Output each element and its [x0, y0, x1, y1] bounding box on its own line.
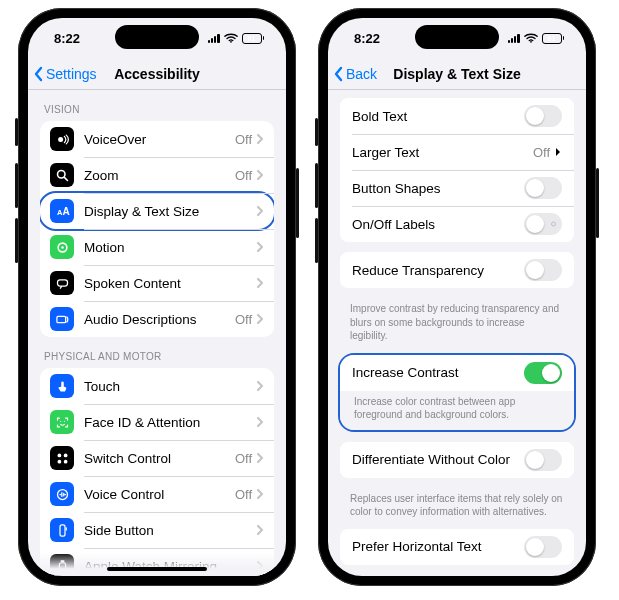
row-label: Side Button	[84, 523, 256, 538]
chevron-right-icon	[256, 524, 264, 536]
row-label: Larger Text	[352, 145, 533, 160]
row-increase-contrast[interactable]: Increase Contrast	[340, 355, 574, 391]
settings-group: Differentiate Without Color	[340, 442, 574, 478]
back-button[interactable]: Settings	[34, 66, 97, 82]
voicectl-icon	[50, 482, 74, 506]
toggle[interactable]	[524, 105, 562, 127]
spoken-icon	[50, 271, 74, 295]
row-switch[interactable]: Switch Control Off	[40, 440, 274, 476]
row-spoken[interactable]: Spoken Content	[40, 265, 274, 301]
sidebtn-icon	[50, 518, 74, 542]
switch-icon	[50, 446, 74, 470]
svg-point-13	[57, 459, 61, 463]
home-indicator[interactable]	[107, 567, 207, 571]
textsize-icon: AA	[50, 199, 74, 223]
section-footer: Improve contrast by reducing transparenc…	[328, 298, 586, 353]
row-reduce-transparency[interactable]: Reduce Transparency	[340, 252, 574, 288]
svg-rect-17	[65, 527, 66, 530]
battery-icon: 61	[242, 33, 265, 44]
section-header-physical: PHYSICAL AND MOTOR	[28, 337, 286, 368]
back-button[interactable]: Back	[334, 66, 377, 82]
chevron-right-icon	[256, 205, 264, 217]
chevron-right-icon	[256, 133, 264, 145]
chevron-left-icon	[334, 66, 344, 82]
toggle[interactable]	[524, 536, 562, 558]
svg-point-10	[63, 420, 64, 421]
row-label: Motion	[84, 240, 256, 255]
row-motion[interactable]: Motion	[40, 229, 274, 265]
toggle[interactable]	[524, 213, 562, 235]
row-label: Audio Descriptions	[84, 312, 235, 327]
row-value: Off	[235, 487, 252, 502]
phone-display-text-size: 8:22 61 Back Display & Text Size Bold Te…	[318, 8, 596, 586]
row-value: Off	[235, 451, 252, 466]
toggle[interactable]	[524, 449, 562, 471]
status-time: 8:22	[54, 31, 80, 46]
navbar: Settings Accessibility	[28, 58, 286, 90]
group-physical: Touch Face ID & Attention Switch Control…	[40, 368, 274, 576]
svg-rect-8	[56, 316, 65, 322]
row-label: Face ID & Attention	[84, 415, 256, 430]
row-faceid[interactable]: Face ID & Attention	[40, 404, 274, 440]
page-title: Accessibility	[114, 66, 200, 82]
row-label: Zoom	[84, 168, 235, 183]
section-footer: Increase color contrast between app fore…	[340, 391, 574, 430]
row-button-shapes[interactable]: Button Shapes	[340, 170, 574, 206]
svg-point-1	[58, 137, 63, 142]
audiodesc-icon	[50, 307, 74, 331]
svg-point-0	[230, 41, 232, 43]
settings-list[interactable]: VISION VoiceOver Off Zoom Off AA Display…	[28, 90, 286, 576]
section-footer: Prefer horizontal text in languages that…	[328, 575, 586, 577]
svg-point-12	[63, 453, 67, 457]
row-label: VoiceOver	[84, 132, 235, 147]
highlighted-group: Increase Contrast Increase color contras…	[338, 353, 576, 432]
row-bold-text[interactable]: Bold Text	[340, 98, 574, 134]
chevron-right-icon	[256, 488, 264, 500]
back-label: Settings	[46, 66, 97, 82]
motion-icon	[50, 235, 74, 259]
settings-list[interactable]: Bold Text Larger Text Off Button Shapes …	[328, 90, 586, 576]
chevron-left-icon	[34, 66, 44, 82]
row-value: Off	[235, 312, 252, 327]
toggle[interactable]	[524, 259, 562, 281]
section-header-vision: VISION	[28, 90, 286, 121]
row-label: Differentiate Without Color	[352, 452, 524, 467]
chevron-right-icon	[256, 313, 264, 325]
row-sidebtn[interactable]: Side Button	[40, 512, 274, 548]
page-title: Display & Text Size	[393, 66, 520, 82]
toggle[interactable]	[524, 362, 562, 384]
cellular-icon	[508, 33, 520, 43]
svg-point-6	[61, 246, 64, 249]
row-textsize[interactable]: AA Display & Text Size	[40, 191, 274, 231]
row-touch[interactable]: Touch	[40, 368, 274, 404]
svg-text:A: A	[62, 206, 69, 217]
settings-group: Prefer Horizontal Text	[340, 529, 574, 565]
row-label: Touch	[84, 379, 256, 394]
row-voicectl[interactable]: Voice Control Off	[40, 476, 274, 512]
settings-group: Reduce Transparency	[340, 252, 574, 288]
chevron-right-icon	[256, 241, 264, 253]
zoom-icon	[50, 163, 74, 187]
chevron-right-icon	[256, 169, 264, 181]
voiceover-icon	[50, 127, 74, 151]
row-label: Button Shapes	[352, 181, 524, 196]
row-audiodesc[interactable]: Audio Descriptions Off	[40, 301, 274, 337]
settings-group: Bold Text Larger Text Off Button Shapes …	[340, 98, 574, 242]
svg-point-26	[530, 41, 532, 43]
row-prefer-horizontal-text[interactable]: Prefer Horizontal Text	[340, 529, 574, 565]
row-on-off-labels[interactable]: On/Off Labels	[340, 206, 574, 242]
toggle[interactable]	[524, 177, 562, 199]
svg-point-14	[63, 459, 67, 463]
row-zoom[interactable]: Zoom Off	[40, 157, 274, 193]
row-differentiate-without-color[interactable]: Differentiate Without Color	[340, 442, 574, 478]
dynamic-island	[115, 25, 199, 49]
row-larger-text[interactable]: Larger Text Off	[340, 134, 574, 170]
svg-rect-7	[57, 279, 67, 285]
row-label: On/Off Labels	[352, 217, 524, 232]
row-label: Bold Text	[352, 109, 524, 124]
svg-point-9	[60, 420, 61, 421]
row-label: Prefer Horizontal Text	[352, 539, 524, 554]
row-voiceover[interactable]: VoiceOver Off	[40, 121, 274, 157]
chevron-right-icon	[256, 277, 264, 289]
faceid-icon	[50, 410, 74, 434]
